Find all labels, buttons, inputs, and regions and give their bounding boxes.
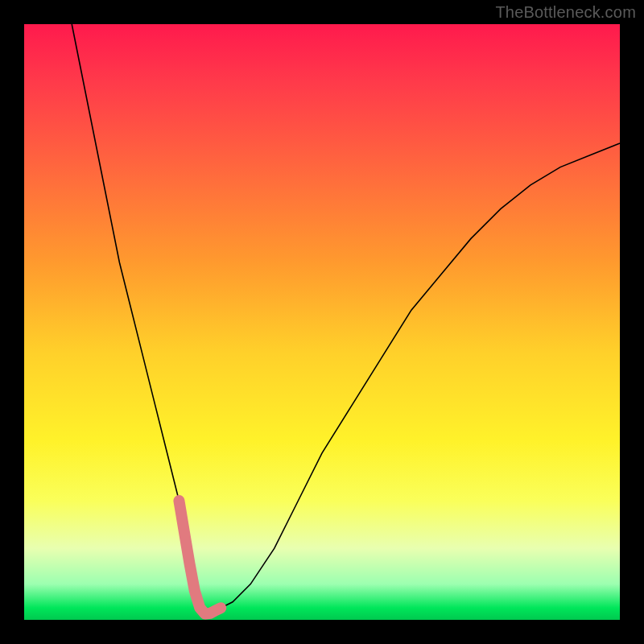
chart-svg [24,24,620,620]
watermark-text: TheBottleneck.com [495,3,636,22]
bottleneck-curve [72,24,620,614]
highlight-marker [179,501,221,614]
